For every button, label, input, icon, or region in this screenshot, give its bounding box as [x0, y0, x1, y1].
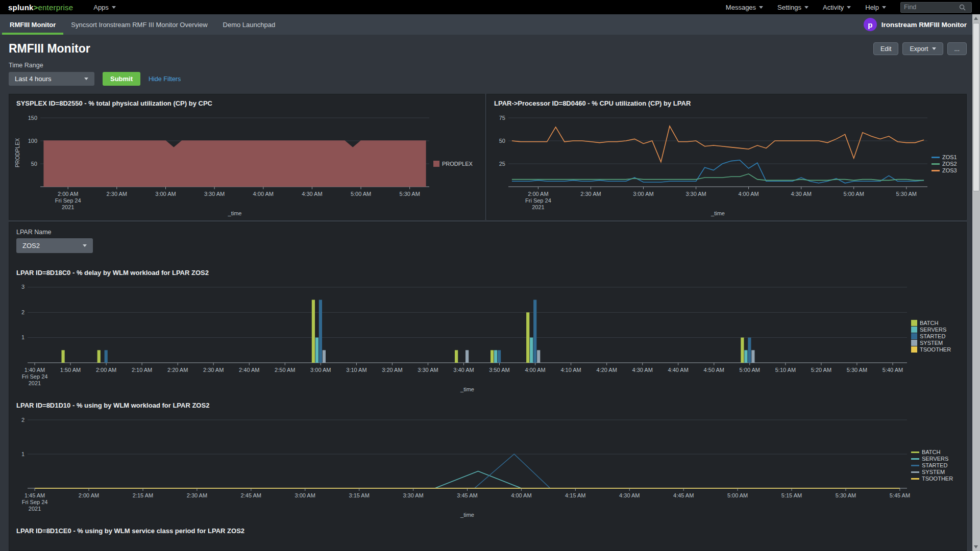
svg-text:4:15 AM: 4:15 AM [565, 492, 585, 498]
legend-swatch [911, 346, 917, 353]
chevron-down-icon [84, 78, 88, 80]
messages-menu[interactable]: Messages [726, 4, 763, 11]
export-button[interactable]: Export [902, 42, 943, 55]
app-title: Ironstream RMFIII Monitor [881, 21, 967, 29]
chevron-down-icon [847, 6, 851, 9]
svg-text:4:45 AM: 4:45 AM [673, 492, 694, 498]
legend-item-started[interactable]: STARTED [911, 462, 959, 468]
lpar-name-dropdown[interactable]: ZOS2 [16, 238, 93, 253]
chart-title: LPAR ID=8D1D10 - % using by WLM workload… [16, 402, 959, 409]
legend-item-servers[interactable]: SERVERS [911, 456, 959, 462]
svg-text:4:40 AM: 4:40 AM [668, 367, 689, 373]
chevron-down-icon [83, 244, 87, 247]
legend-item-tsoother[interactable]: TSOOTHER [911, 346, 959, 353]
sysplex-area-chart[interactable]: 501001502:00 AMFri Sep 2420212:30 AM3:00… [21, 109, 433, 218]
svg-text:2021: 2021 [29, 380, 41, 386]
svg-text:1:40 AM: 1:40 AM [24, 367, 45, 373]
panel-lpar-details: LPAR Name ZOS2 LPAR ID=8D18C0 - % delay … [9, 222, 967, 551]
svg-text:4:00 AM: 4:00 AM [525, 367, 545, 373]
activity-menu[interactable]: Activity [823, 4, 851, 11]
svg-text:4:00 AM: 4:00 AM [511, 492, 531, 498]
legend-label: STARTED [922, 462, 947, 468]
tab-rmfiii-monitor[interactable]: RMFIII Monitor [2, 14, 63, 35]
svg-text:4:30 AM: 4:30 AM [632, 367, 653, 373]
chart-title: LPAR->Processor ID=8D0460 - % CPU utiliz… [487, 94, 966, 107]
time-range-dropdown[interactable]: Last 4 hours [9, 72, 94, 86]
svg-text:3:00 AM: 3:00 AM [295, 492, 315, 498]
more-button[interactable]: ... [947, 42, 967, 55]
svg-text:5:30 AM: 5:30 AM [896, 191, 917, 197]
legend-item-zos1[interactable]: ZOS1 [932, 154, 963, 160]
panel-sysplex-utilization: SYSPLEX ID=8D2550 - % total physical uti… [9, 94, 485, 220]
help-menu[interactable]: Help [865, 4, 886, 11]
tab-syncsort-overview[interactable]: Syncsort Ironstream RMF III Monitor Over… [63, 14, 215, 35]
find-input[interactable] [904, 4, 959, 11]
legend-label: SERVERS [922, 456, 948, 462]
y-axis-title: PRODPLEX [13, 114, 21, 191]
chevron-down-icon [932, 47, 936, 50]
svg-text:2:15 AM: 2:15 AM [133, 492, 153, 498]
legend-item-batch[interactable]: BATCH [911, 449, 959, 455]
legend-item-zos2[interactable]: ZOS2 [932, 161, 963, 167]
legend-label: ZOS3 [942, 167, 957, 173]
svg-text:5:20 AM: 5:20 AM [811, 367, 831, 373]
scrollbar-thumb[interactable] [973, 23, 979, 191]
hide-filters-link[interactable]: Hide Filters [149, 76, 181, 83]
svg-text:5:00 AM: 5:00 AM [844, 191, 864, 197]
svg-text:_time: _time [228, 210, 242, 216]
vertical-scrollbar[interactable] [972, 14, 980, 551]
svg-text:2:30 AM: 2:30 AM [187, 492, 207, 498]
tab-demo-launchpad[interactable]: Demo Launchpad [215, 14, 283, 35]
svg-text:4:20 AM: 4:20 AM [597, 367, 617, 373]
legend-item-started[interactable]: STARTED [911, 333, 959, 339]
chart-title: SYSPLEX ID=8D2550 - % total physical uti… [9, 94, 484, 107]
legend-swatch [433, 161, 439, 167]
legend-item-servers[interactable]: SERVERS [911, 327, 959, 333]
svg-text:2:30 AM: 2:30 AM [203, 367, 224, 373]
cpu-utilization-line-chart[interactable]: 2550752:00 AMFri Sep 2420212:30 AM3:00 A… [491, 109, 932, 218]
legend-item-system[interactable]: SYSTEM [911, 469, 959, 475]
legend-label: STARTED [920, 333, 945, 339]
logo-product-text: enterprise [38, 3, 74, 12]
legend-swatch [932, 170, 940, 171]
time-range-label: Time Range [9, 62, 967, 69]
svg-text:50: 50 [31, 161, 37, 167]
svg-text:4:00 AM: 4:00 AM [738, 191, 758, 197]
legend-item-prodplex[interactable]: PRODPLEX [433, 161, 481, 167]
submit-button[interactable]: Submit [103, 72, 140, 86]
chart-title: LPAR ID=8D1CE0 - % using by WLM service … [16, 527, 959, 535]
svg-text:Fri Sep 24: Fri Sep 24 [22, 373, 48, 380]
settings-menu[interactable]: Settings [777, 4, 808, 11]
wlm-delay-bar-chart[interactable]: 1231:40 AMFri Sep 2420211:50 AM2:00 AM2:… [16, 278, 911, 394]
wlm-using-line-chart[interactable]: 121:45 AMFri Sep 2420212:00 AM2:15 AM2:3… [16, 411, 911, 520]
svg-text:1:45 AM: 1:45 AM [24, 492, 45, 498]
svg-text:5:30 AM: 5:30 AM [836, 492, 856, 498]
svg-text:4:50 AM: 4:50 AM [704, 367, 724, 373]
svg-text:2:00 AM: 2:00 AM [96, 367, 116, 373]
svg-text:2:00 AM: 2:00 AM [58, 191, 78, 197]
splunk-logo[interactable]: splunk>enterprise [8, 3, 73, 12]
legend-item-batch[interactable]: BATCH [911, 320, 959, 326]
legend-label: SERVERS [920, 327, 946, 333]
svg-text:2021: 2021 [62, 204, 74, 210]
svg-text:3:00 AM: 3:00 AM [155, 191, 176, 197]
legend-item-tsoother[interactable]: TSOOTHER [911, 475, 959, 482]
apps-menu[interactable]: Apps [93, 4, 116, 11]
scroll-down-icon[interactable] [974, 545, 978, 548]
edit-button[interactable]: Edit [873, 42, 899, 55]
search-icon [959, 4, 966, 11]
svg-text:3:20 AM: 3:20 AM [382, 367, 402, 373]
legend-label: PRODPLEX [442, 161, 473, 167]
svg-text:2021: 2021 [29, 506, 41, 512]
chevron-down-icon [804, 6, 808, 9]
legend-item-zos3[interactable]: ZOS3 [932, 167, 963, 173]
page-header: RMFIII Monitor Edit Export ... [9, 42, 967, 56]
svg-text:2:00 AM: 2:00 AM [79, 492, 99, 498]
scroll-up-icon[interactable] [974, 17, 978, 20]
svg-text:5:10 AM: 5:10 AM [775, 367, 796, 373]
legend-swatch [911, 333, 917, 339]
legend-item-system[interactable]: SYSTEM [911, 340, 959, 346]
svg-text:100: 100 [28, 138, 37, 144]
app-logo-icon: p [864, 18, 877, 31]
legend-label: SYSTEM [922, 469, 945, 475]
